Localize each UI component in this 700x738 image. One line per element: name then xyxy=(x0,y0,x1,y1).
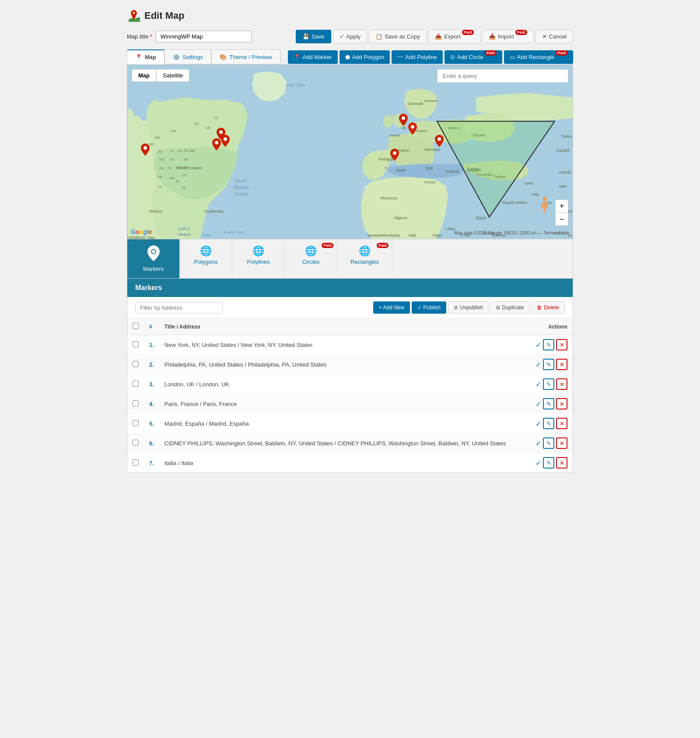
export-button[interactable]: 📤 Export Paid xyxy=(428,30,480,43)
cancel-button[interactable]: ✕ Cancel xyxy=(536,30,573,43)
row-checkbox[interactable] xyxy=(133,440,139,446)
svg-text:OK: OK xyxy=(158,175,163,179)
map-title-input[interactable] xyxy=(156,31,252,42)
marker-actions: + Add New ✓ Publish ⊘ Unpublish ⧉ Duplic… xyxy=(373,301,565,314)
row-num: 7. xyxy=(144,453,159,473)
zoom-out-button[interactable]: − xyxy=(555,213,568,226)
row-actions-cell: ✓ ✎ ✕ xyxy=(528,453,573,473)
row-check-icon[interactable]: ✓ xyxy=(536,459,541,467)
row-check-icon[interactable]: ✓ xyxy=(536,380,541,388)
row-edit-button[interactable]: ✎ xyxy=(543,418,554,429)
import-button[interactable]: 📥 Import Paid xyxy=(482,30,534,43)
cat-tab-polygons[interactable]: 🌐 Polygons xyxy=(180,239,232,278)
row-check-icon[interactable]: ✓ xyxy=(536,420,541,428)
cat-tab-rectangles[interactable]: Paid 🌐 Rectangles xyxy=(337,239,392,278)
map-marker-france[interactable] xyxy=(408,122,417,136)
add-polygon-button[interactable]: ⬟ Add Polygon xyxy=(340,50,390,64)
map-marker-3[interactable] xyxy=(221,135,230,148)
map-view-map-button[interactable]: Map xyxy=(132,69,156,82)
svg-text:MD: MD xyxy=(190,149,196,153)
svg-text:Libya: Libya xyxy=(446,227,455,231)
nav-tabs: 📍 Map ⚙️ Settings 🎨 Theme / Preview xyxy=(127,49,280,64)
map-marker-spain[interactable] xyxy=(390,149,399,162)
row-checkbox[interactable] xyxy=(133,420,139,426)
map-marker-uk[interactable] xyxy=(399,114,408,127)
map-search-input[interactable] xyxy=(437,69,568,83)
svg-text:Denmark: Denmark xyxy=(407,101,424,106)
col-header-checkbox xyxy=(127,318,144,335)
add-circle-button[interactable]: ⊙ Add Circle Paid xyxy=(444,50,502,64)
row-check-icon[interactable]: ✓ xyxy=(536,341,541,349)
cat-tab-circles[interactable]: Paid 🌐 Circles xyxy=(285,239,337,278)
row-delete-button[interactable]: ✕ xyxy=(556,437,567,449)
row-check-icon[interactable]: ✓ xyxy=(536,400,541,408)
row-checkbox[interactable] xyxy=(133,381,139,387)
row-edit-button[interactable]: ✎ xyxy=(543,378,554,390)
select-all-checkbox[interactable] xyxy=(133,323,139,329)
add-marker-button[interactable]: 📍 Add Marker xyxy=(288,50,338,64)
add-rectangle-button[interactable]: ▭ Add Rectangle Paid xyxy=(504,50,573,64)
row-check-icon[interactable]: ✓ xyxy=(536,439,541,448)
row-checkbox[interactable] xyxy=(133,341,139,347)
row-delete-button[interactable]: ✕ xyxy=(556,398,567,409)
actions-wrapper: ✓ ✎ ✕ xyxy=(533,378,567,390)
row-num: 2. xyxy=(144,355,159,374)
cat-tab-polylines[interactable]: 🌐 Polylines xyxy=(232,239,285,278)
svg-text:OH: OH xyxy=(177,149,182,153)
map-marker-4[interactable] xyxy=(212,138,221,152)
google-logo: Google xyxy=(131,228,152,235)
row-checkbox[interactable] xyxy=(133,400,139,406)
row-checkbox[interactable] xyxy=(133,361,139,367)
rectangles-paid-badge: Paid xyxy=(377,243,388,248)
delete-button[interactable]: 🗑 Delete xyxy=(531,301,565,314)
map-zoom-controls: + − xyxy=(555,199,568,226)
row-edit-button[interactable]: ✎ xyxy=(543,359,554,370)
save-button[interactable]: 💾 Save xyxy=(296,30,331,43)
svg-text:MB: MB xyxy=(155,136,160,140)
unpublish-button[interactable]: ⊘ Unpublish xyxy=(448,301,489,314)
row-edit-button[interactable]: ✎ xyxy=(543,339,554,350)
row-delete-button[interactable]: ✕ xyxy=(556,378,567,390)
filter-address-input[interactable] xyxy=(135,302,223,314)
row-delete-button[interactable]: ✕ xyxy=(556,359,567,370)
apply-button[interactable]: ✓ Apply xyxy=(333,30,368,43)
row-check-icon[interactable]: ✓ xyxy=(536,360,541,369)
row-edit-button[interactable]: ✎ xyxy=(543,398,554,409)
polygons-cat-icon: 🌐 xyxy=(200,245,212,257)
row-edit-button[interactable]: ✎ xyxy=(543,437,554,449)
svg-text:QC: QC xyxy=(194,122,200,126)
theme-tab-icon: 🎨 xyxy=(220,54,227,60)
svg-text:Caribbean Sea: Caribbean Sea xyxy=(127,235,155,239)
row-actions-cell: ✓ ✎ ✕ xyxy=(528,335,573,355)
row-title-address: Philadelphia, PA, United States / Philad… xyxy=(159,355,528,374)
export-paid-badge: Paid xyxy=(462,30,474,35)
map-view-buttons: Map Satellite xyxy=(132,69,189,82)
row-checkbox[interactable] xyxy=(133,459,139,465)
map-marker-italy[interactable] xyxy=(435,135,444,148)
row-delete-button[interactable]: ✕ xyxy=(556,418,567,429)
col-header-num: # xyxy=(144,318,159,335)
tab-map[interactable]: 📍 Map xyxy=(127,49,164,64)
tab-theme-preview[interactable]: 🎨 Theme / Preview xyxy=(211,49,280,64)
street-view-icon[interactable] xyxy=(539,196,550,217)
rectangles-cat-icon: 🌐 xyxy=(359,245,371,257)
publish-button[interactable]: ✓ Publish xyxy=(412,301,446,314)
map-container[interactable]: Labrador Sea xyxy=(127,64,573,239)
map-marker-1[interactable] xyxy=(141,143,150,157)
svg-text:IL: IL xyxy=(171,149,174,153)
row-title-address: New York, NY, United States / New York, … xyxy=(159,335,528,355)
row-delete-button[interactable]: ✕ xyxy=(556,339,567,350)
add-new-marker-button[interactable]: + Add New xyxy=(373,301,410,314)
tab-settings[interactable]: ⚙️ Settings xyxy=(164,49,211,64)
save-as-copy-button[interactable]: 📋 Save as Copy xyxy=(369,30,427,43)
row-delete-button[interactable]: ✕ xyxy=(556,457,567,469)
zoom-in-button[interactable]: + xyxy=(555,199,568,213)
page-title: Edit Map xyxy=(144,10,185,21)
row-edit-button[interactable]: ✎ xyxy=(543,457,554,469)
category-tabs: Markers 🌐 Polygons 🌐 Polylines Paid 🌐 Ci… xyxy=(127,239,573,279)
cat-tab-markers[interactable]: Markers xyxy=(127,239,180,278)
duplicate-button[interactable]: ⧉ Duplicate xyxy=(490,301,529,314)
add-polyline-button[interactable]: 〰 Add Polyline xyxy=(392,50,442,64)
svg-text:Poland: Poland xyxy=(416,129,427,133)
map-view-satellite-button[interactable]: Satellite xyxy=(156,69,189,82)
